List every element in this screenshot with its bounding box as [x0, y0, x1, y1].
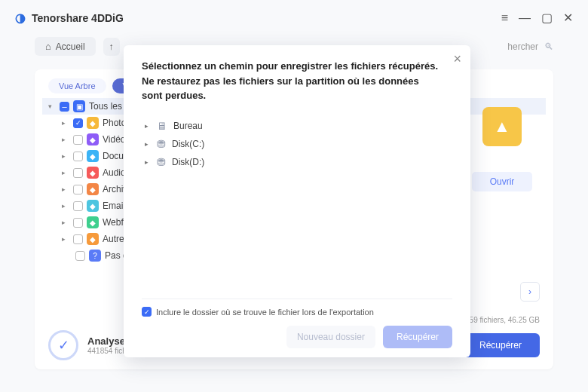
tree-item-label: Email: [103, 201, 125, 211]
checkbox-root[interactable]: –: [60, 102, 69, 112]
expand-icon[interactable]: ▸: [62, 136, 69, 143]
include-folder-checkbox[interactable]: ✓: [142, 307, 152, 317]
location-row[interactable]: ▸⛃Disk(C:): [142, 135, 452, 153]
web-icon: ◆: [87, 216, 99, 228]
view-tab-tree[interactable]: Vue Arbre: [48, 78, 106, 93]
checkbox-web[interactable]: [73, 218, 83, 228]
app-title: Tenorshare 4DDiG: [32, 12, 124, 24]
checkbox-other[interactable]: [73, 234, 83, 244]
expand-icon[interactable]: ▸: [62, 169, 69, 176]
search-icon[interactable]: 🔍︎: [544, 41, 553, 52]
tab-up[interactable]: ↑: [103, 38, 120, 56]
expand-icon[interactable]: ▸: [62, 202, 69, 210]
save-path-modal: × Sélectionnez un chemin pour enregistre…: [124, 45, 470, 357]
arch-icon: ◆: [87, 183, 99, 195]
chevron-right-icon: ›: [528, 286, 531, 297]
photo-icon: ◆: [87, 117, 99, 129]
checkbox-noext[interactable]: [75, 251, 85, 261]
modal-recover-button[interactable]: Récupérer: [383, 326, 452, 348]
menu-icon[interactable]: ≡: [501, 11, 508, 25]
new-folder-button[interactable]: Nouveau dossier: [286, 326, 375, 348]
expand-icon[interactable]: ▸: [62, 235, 69, 243]
maximize-icon[interactable]: ▢: [541, 11, 553, 25]
home-icon: ⌂: [45, 41, 51, 52]
open-button[interactable]: Ouvrir: [472, 172, 533, 191]
desktop-icon: 🖥: [157, 120, 167, 132]
collapse-icon[interactable]: ▾: [48, 103, 56, 110]
doc-icon: ◆: [87, 150, 99, 162]
page-next-button[interactable]: ›: [520, 282, 540, 302]
recover-button[interactable]: Récupérer: [461, 333, 540, 357]
unknown-ext-icon: ?: [89, 250, 101, 262]
video-icon: ◆: [87, 133, 99, 145]
expand-icon[interactable]: ▸: [62, 219, 69, 226]
email-icon: ◆: [87, 200, 99, 212]
location-label: Disk(C:): [172, 139, 204, 149]
checkbox-doc[interactable]: [73, 152, 83, 161]
app-logo-icon: ◑: [15, 11, 26, 25]
expand-icon[interactable]: ▸: [145, 140, 151, 148]
expand-icon[interactable]: ▸: [145, 122, 151, 130]
location-label: Disk(D:): [172, 157, 204, 167]
scan-complete-icon: ✓: [48, 330, 78, 360]
app-brand: ◑ Tenorshare 4DDiG: [15, 11, 124, 25]
checkbox-photo[interactable]: ✓: [73, 118, 83, 128]
image-icon: ▲: [494, 117, 510, 136]
location-row[interactable]: ▸🖥Bureau: [142, 117, 452, 135]
disk-icon: ⛃: [157, 156, 166, 168]
tab-home[interactable]: ⌂ Accueil: [35, 37, 96, 56]
location-row[interactable]: ▸⛃Disk(D:): [142, 153, 452, 171]
other-icon: ◆: [87, 233, 99, 245]
checkbox-audio[interactable]: [73, 168, 83, 178]
expand-icon[interactable]: ▸: [62, 185, 69, 193]
expand-icon[interactable]: ▸: [145, 158, 151, 166]
tree-item-label: Audio: [103, 167, 126, 178]
checkbox-arch[interactable]: [73, 185, 83, 194]
expand-icon[interactable]: ▸: [62, 152, 69, 160]
checkbox-email[interactable]: [73, 201, 83, 211]
search-placeholder: hercher: [507, 41, 538, 52]
expand-icon[interactable]: ▸: [62, 119, 69, 127]
close-window-icon[interactable]: ✕: [563, 11, 573, 25]
modal-close-icon[interactable]: ×: [453, 51, 461, 67]
tree-item-label: Vidéo: [103, 134, 125, 145]
location-label: Bureau: [173, 121, 203, 131]
tree-item-label: Photo: [103, 118, 126, 128]
checkbox-video[interactable]: [73, 135, 83, 145]
audio-icon: ◆: [87, 167, 99, 179]
up-arrow-icon: ↑: [109, 41, 114, 52]
tab-home-label: Accueil: [56, 41, 85, 52]
disk-icon: ⛃: [157, 138, 166, 150]
include-folder-label: Inclure le dossier où se trouve le fichi…: [156, 308, 374, 317]
folder-all-icon: ▣: [73, 100, 85, 112]
minimize-icon[interactable]: —: [519, 11, 531, 25]
modal-title: Sélectionnez un chemin pour enregistrer …: [142, 59, 452, 103]
preview-thumbnail: ▲: [482, 107, 522, 146]
